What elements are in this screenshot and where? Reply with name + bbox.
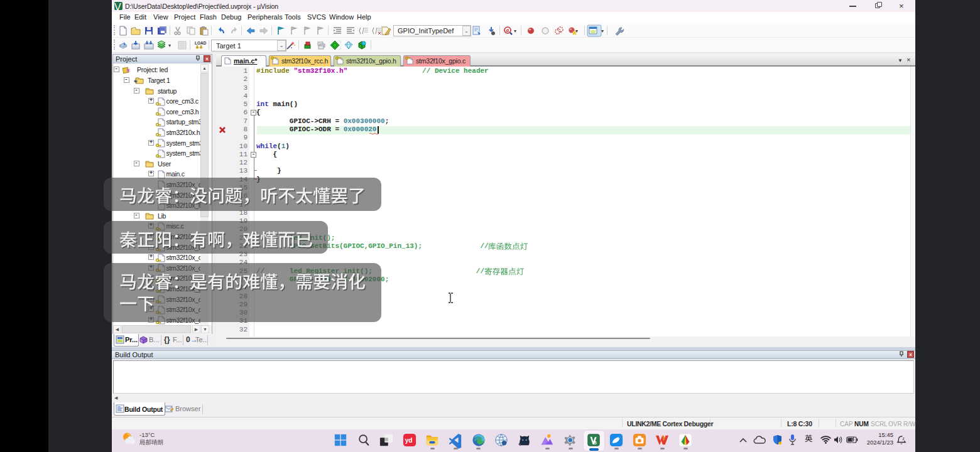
svg-text:yd: yd (405, 437, 413, 444)
svg-text:LOAD: LOAD (195, 41, 207, 45)
svg-text:5: 5 (594, 441, 597, 445)
svg-text:d: d (506, 28, 509, 33)
svg-text:z: z (903, 436, 905, 441)
